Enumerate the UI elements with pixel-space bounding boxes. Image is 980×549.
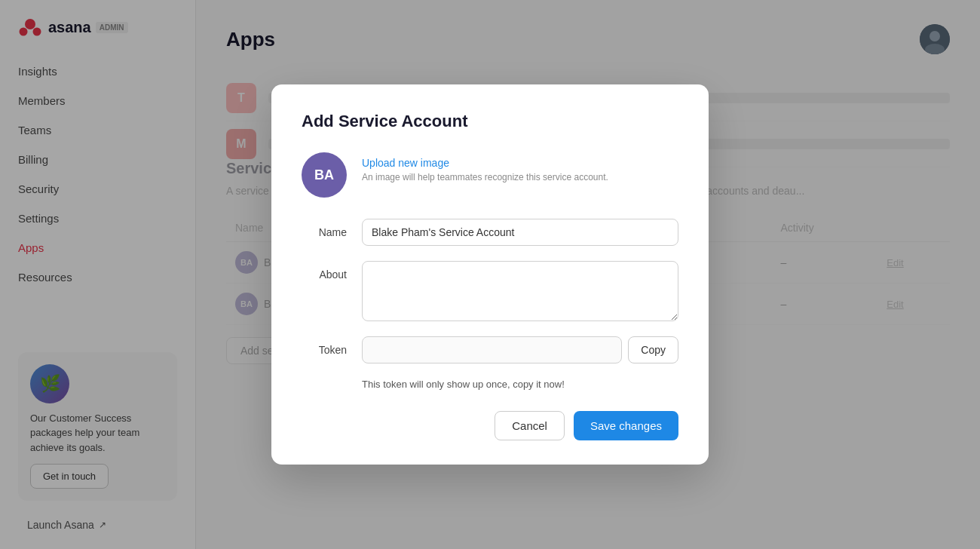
upload-hint: An image will help teammates recognize t… [362,172,608,182]
modal-footer: Cancel Save changes [302,411,678,440]
token-label: Token [302,336,347,356]
modal-avatar: BA [302,152,347,198]
modal-avatar-info: Upload new image An image will help team… [362,152,608,182]
save-changes-button[interactable]: Save changes [574,411,678,440]
token-notice: This token will only show up once, copy … [362,379,678,390]
name-form-row: Name [302,219,678,246]
modal-title: Add Service Account [302,112,678,131]
name-label: Name [302,219,347,238]
upload-image-link[interactable]: Upload new image [362,157,608,169]
modal-avatar-row: BA Upload new image An image will help t… [302,152,678,198]
token-input[interactable] [362,336,622,363]
token-input-wrap: Copy [362,336,678,363]
name-input[interactable] [362,219,678,246]
copy-button[interactable]: Copy [628,336,678,363]
cancel-button[interactable]: Cancel [495,411,565,440]
token-form-row: Token Copy [302,336,678,363]
about-textarea[interactable] [362,261,678,321]
modal-overlay: Add Service Account BA Upload new image … [0,0,980,549]
about-label: About [302,261,347,281]
about-form-row: About [302,261,678,321]
add-service-account-modal: Add Service Account BA Upload new image … [271,84,709,465]
